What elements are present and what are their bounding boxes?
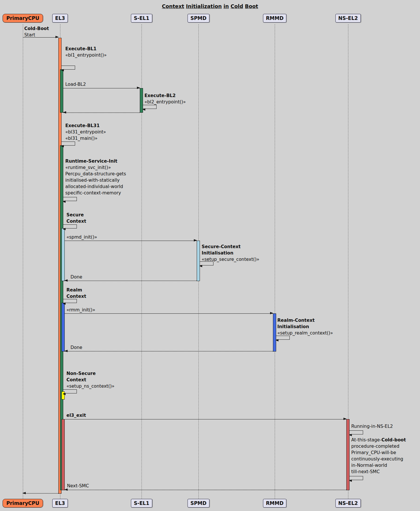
- label-execute-bl31: Execute-BL31 «bl31_entrypoint» «bl31_mai…: [65, 122, 106, 142]
- self-arrow-realm-context: [63, 299, 77, 303]
- participant-bottom-el3: EL3: [52, 499, 68, 508]
- label-running-ns-el2: Running-in-NS-EL2: [351, 423, 393, 430]
- return-to-primarycpu: [23, 493, 58, 494]
- el3-activation-secure: [62, 228, 65, 281]
- return-done-realm: [65, 351, 273, 352]
- label-el3-exit: el3_exit: [66, 412, 86, 419]
- participant-top-rmmd: RMMD: [263, 14, 286, 23]
- lifeline-rmmd: [275, 24, 275, 499]
- diagram-title: Context Initialization in Cold Boot: [0, 3, 420, 9]
- participant-top-spmd: SPMD: [187, 14, 209, 23]
- self-arrow-cold-boot-note: [350, 476, 363, 480]
- arrow-el3-exit: [63, 419, 346, 419]
- participant-top-s-el1: S-EL1: [131, 14, 152, 23]
- label-load-bl2: Load-BL2: [65, 81, 86, 88]
- sequence-diagram: Context Initialization in Cold Boot Prim…: [0, 0, 420, 511]
- return-next-smc: [65, 490, 346, 490]
- arrow-load-bl2: [63, 88, 140, 88]
- return-done-secure: [65, 280, 197, 281]
- label-done-secure: Done: [70, 274, 82, 280]
- label-rmm-init: «rmm_init()»: [66, 307, 95, 313]
- self-arrow-execute-bl2: [143, 105, 157, 109]
- label-execute-bl1: Execute-BL1 «bl1_entrypoint()»: [65, 46, 107, 58]
- self-arrow-execute-bl31: [62, 142, 75, 146]
- label-secure-context: Secure Context: [66, 212, 86, 224]
- self-arrow-secure-context: [63, 224, 77, 228]
- label-next-smc: Next-SMC: [67, 483, 89, 489]
- participant-bottom-spmd: SPMD: [187, 499, 209, 508]
- label-secure-context-init: Secure-Context Initialisation «setup_sec…: [202, 244, 259, 263]
- el3-activation-exit: [62, 419, 65, 490]
- participant-top-ns-el2: NS-EL2: [335, 14, 361, 23]
- participant-bottom-primarycpu: PrimaryCPU: [3, 499, 43, 508]
- self-arrow-setup-realm-context: [276, 336, 290, 340]
- self-arrow-runtime-service-init: [63, 197, 77, 201]
- el3-activation-green-bl1: [60, 69, 63, 113]
- participant-top-el3: EL3: [52, 14, 68, 23]
- lifeline-primarycpu: [23, 24, 23, 499]
- label-spmd-init: «spmd_init()»: [66, 234, 97, 240]
- rmmd-activation-realm: [273, 313, 276, 352]
- label-realm-context: Realm Context: [66, 287, 86, 300]
- spmd-activation-secure: [197, 241, 200, 281]
- label-realm-context-init: Realm-Context Initialisation «setup_real…: [277, 317, 333, 336]
- self-arrow-running-ns-el2: [350, 430, 363, 434]
- participant-top-primarycpu: PrimaryCPU: [3, 14, 43, 23]
- label-cold-boot-note: At-this-stage-Cold-boot procedure-comple…: [351, 437, 406, 475]
- participant-bottom-ns-el2: NS-EL2: [335, 499, 361, 508]
- participant-bottom-rmmd: RMMD: [263, 499, 286, 508]
- self-arrow-execute-bl1: [62, 66, 75, 70]
- self-arrow-setup-ns-context: [63, 389, 77, 393]
- label-execute-bl2: Execute-BL2 «bl2_entrypoint()»: [144, 92, 186, 105]
- label-runtime-service-init: Runtime-Service-Init «runtime_svc_init()…: [65, 158, 126, 196]
- label-done-realm: Done: [70, 344, 82, 351]
- arrow-rmm-init: [65, 313, 273, 314]
- return-bl2-to-el3: [63, 112, 140, 113]
- el3-activation-realm: [62, 303, 65, 352]
- arrow-spmd-init: [65, 241, 197, 241]
- label-non-secure-context: Non-Secure Context «setup_ns_context()»: [66, 370, 114, 389]
- label-cold-boot: Cold-Boot Start: [24, 25, 49, 38]
- participant-bottom-s-el1: S-EL1: [131, 499, 152, 508]
